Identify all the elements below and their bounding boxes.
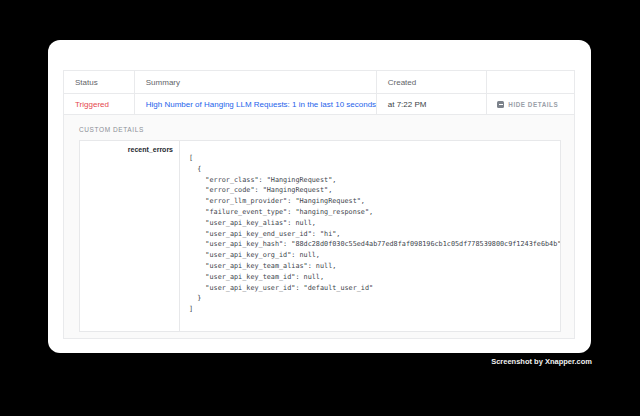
custom-details-section: CUSTOM DETAILS recent_errors [ { "error_…: [63, 115, 575, 339]
hide-details-label: HIDE DETAILS: [508, 101, 558, 108]
xnapper-watermark: Screenshot by Xnapper.com: [491, 357, 592, 366]
alert-summary-link[interactable]: High Number of Hanging LLM Requests: 1 i…: [146, 100, 377, 109]
status-badge: Triggered: [75, 100, 109, 109]
column-header-status: Status: [64, 71, 135, 93]
created-timestamp: at 7:22 PM: [388, 100, 427, 109]
table-header-row: Status Summary Created: [63, 70, 575, 94]
column-header-actions: [487, 71, 574, 93]
table-row: Triggered High Number of Hanging LLM Req…: [63, 94, 575, 115]
alerts-card: Status Summary Created Triggered High Nu…: [48, 40, 591, 353]
json-code-block: [ { "error_class": "HangingRequest", "er…: [180, 141, 560, 331]
hide-details-button[interactable]: HIDE DETAILS: [497, 101, 558, 108]
column-header-created: Created: [377, 71, 488, 93]
field-label-recent-errors: recent_errors: [80, 141, 180, 331]
custom-details-label: CUSTOM DETAILS: [79, 126, 144, 133]
alerts-table: Status Summary Created Triggered High Nu…: [63, 70, 575, 339]
minus-square-icon: [497, 101, 504, 108]
custom-details-panel: recent_errors [ { "error_class": "Hangin…: [79, 140, 561, 332]
column-header-summary: Summary: [135, 71, 377, 93]
